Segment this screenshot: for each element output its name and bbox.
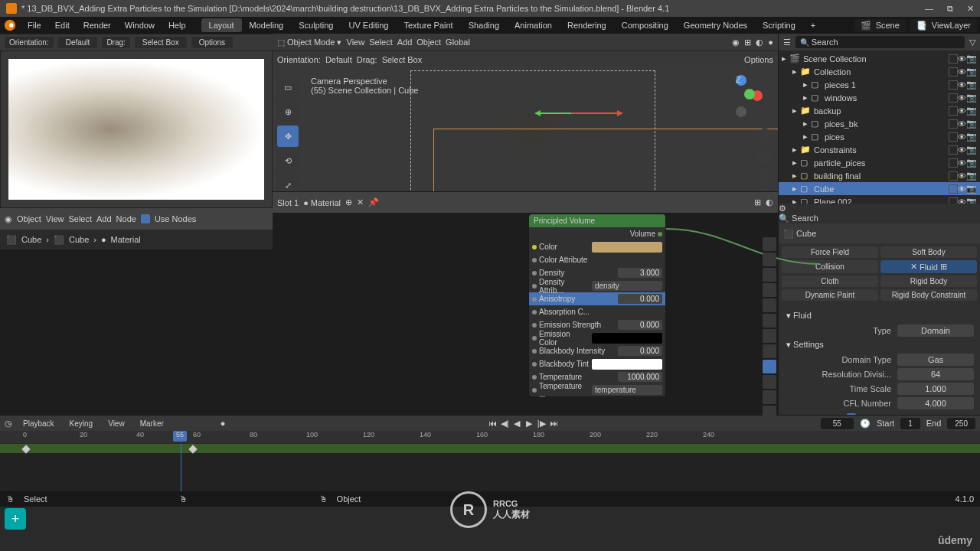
tab-animation[interactable]: Animation (507, 18, 560, 32)
tl-keying[interactable]: Keying (65, 418, 98, 429)
outliner-item-scene-collection[interactable]: ▸🎬Scene Collection👁📷 (779, 52, 980, 65)
ptab-material-icon[interactable] (763, 406, 776, 419)
close-button[interactable]: ✕ (967, 4, 974, 14)
outliner-item-pices_bk[interactable]: ▸▢pices_bk👁📷 (779, 117, 980, 130)
outliner-item-backup[interactable]: ▸📁backup👁📷 (779, 104, 980, 117)
menu-file[interactable]: File (21, 19, 47, 31)
prev-key-icon[interactable]: ◀| (499, 418, 510, 429)
outliner-item-collection[interactable]: ▸📁Collection👁📷 (779, 65, 980, 78)
playhead[interactable]: 55 (173, 431, 187, 442)
tab-shading[interactable]: Shading (461, 18, 507, 32)
volume-socket[interactable] (658, 232, 662, 236)
tab-rendering[interactable]: Rendering (560, 18, 614, 32)
tl-editor-icon[interactable]: ◷ (5, 419, 12, 429)
global-drop[interactable]: Global (446, 37, 470, 47)
start-frame[interactable]: 1 (900, 418, 920, 429)
ptab-object-icon[interactable] (763, 314, 776, 328)
timeline-track[interactable] (0, 444, 980, 491)
shading-render[interactable]: ● (768, 37, 773, 47)
tab-add[interactable]: + (803, 18, 823, 32)
pin-button[interactable]: 📌 (368, 197, 379, 207)
zoom-icon[interactable] (756, 129, 773, 145)
props-search[interactable]: 🔍 Search (779, 214, 980, 223)
node-select[interactable]: Select (68, 214, 92, 223)
fluid-section[interactable]: ▾ Fluid (782, 308, 977, 323)
principled-volume-node[interactable]: Principled Volume Volume Color Color Att… (528, 214, 666, 397)
outliner-search[interactable]: 🔍 Search (795, 36, 965, 48)
orientation-drop[interactable]: Default (58, 37, 98, 48)
material-drop[interactable]: ● Material (303, 198, 341, 207)
fluid-type-drop[interactable]: Domain (897, 324, 974, 337)
filter-icon[interactable]: ▽ (969, 37, 975, 47)
ptab-cloth[interactable]: Cloth (782, 276, 878, 287)
tl-marker[interactable]: Marker (136, 418, 168, 429)
play-icon[interactable]: ▶ (524, 418, 534, 429)
props-type-icon[interactable]: ⚙ (779, 204, 786, 213)
outliner-type-icon[interactable]: ☰ (783, 37, 791, 47)
tl-view[interactable]: View (103, 418, 129, 429)
ptab-render-icon[interactable] (763, 237, 776, 251)
vp-select[interactable]: Select (369, 37, 393, 47)
slot-drop[interactable]: Slot 1 (277, 198, 299, 207)
tool-scale[interactable]: ⤢ (277, 174, 299, 191)
main-viewport[interactable]: ▭ ⊕ ✥ ⟲ ⤢ ◎ ✎ Camera Perspective (55) Sc… (273, 67, 778, 191)
tab-sculpting[interactable]: Sculpting (291, 18, 341, 32)
add-corner-button[interactable]: + (5, 508, 26, 530)
shading-mat[interactable]: ◐ (756, 37, 763, 47)
adaptive-checkbox[interactable] (847, 413, 856, 416)
drag-drop[interactable]: Select Box (135, 37, 187, 48)
camera-icon[interactable] (756, 168, 773, 185)
vp-add[interactable]: Add (397, 37, 413, 47)
vp-options[interactable]: Options (744, 55, 773, 64)
perspective-icon[interactable] (756, 188, 773, 191)
vp-object[interactable]: Object (416, 37, 441, 47)
node-node[interactable]: Node (116, 214, 136, 223)
del-mat-button[interactable]: ✕ (357, 197, 364, 207)
node-view[interactable]: View (46, 214, 64, 223)
tab-compositing[interactable]: Compositing (614, 18, 676, 32)
vp-drag-drop[interactable]: Select Box (382, 55, 423, 64)
ptab-rbconstraint[interactable]: Rigid Body Constraint (880, 289, 977, 301)
ptab-world-icon[interactable] (763, 298, 776, 312)
tool-rotate[interactable]: ⟲ (277, 150, 299, 171)
ptab-data-icon[interactable] (763, 390, 776, 404)
menu-render[interactable]: Render (77, 19, 117, 31)
node-add[interactable]: Add (96, 214, 112, 223)
node-editor-center[interactable]: Principled Volume Volume Color Color Att… (273, 213, 778, 415)
ptab-physics-icon[interactable] (763, 360, 776, 373)
scene-select[interactable]: 🎬Scene (854, 19, 906, 32)
shading-wire[interactable]: ⊞ (744, 37, 751, 47)
ptab-scene-icon[interactable] (763, 283, 776, 297)
outliner-item-pices[interactable]: ▸▢pices👁📷 (779, 130, 980, 143)
vp-view[interactable]: View (347, 37, 365, 47)
menu-help[interactable]: Help (162, 19, 192, 31)
mode-drop[interactable]: ⬚ Object Mode ▾ (277, 37, 342, 47)
viewlayer-select[interactable]: 📑ViewLayer (910, 19, 977, 32)
sync-icon[interactable]: 🕐 (860, 419, 871, 429)
ptab-particle-icon[interactable] (763, 344, 776, 358)
resolution-input[interactable]: 64 (897, 368, 974, 380)
menu-edit[interactable]: Edit (49, 19, 76, 31)
tab-geometry-nodes[interactable]: Geometry Nodes (676, 18, 755, 32)
next-key-icon[interactable]: |▶ (536, 418, 547, 429)
tab-scripting[interactable]: Scripting (755, 18, 803, 32)
tool-select[interactable]: ▭ (277, 77, 299, 98)
ptab-rigidbody[interactable]: Rigid Body (880, 276, 977, 287)
outliner-item-pieces-1[interactable]: ▸▢pieces 1👁📷 (779, 78, 980, 91)
node-tool-2[interactable]: ◐ (766, 197, 773, 207)
node-tool-1[interactable]: ⊞ (754, 197, 761, 207)
use-nodes-checkbox[interactable] (141, 214, 150, 223)
outliner-item-building-final[interactable]: ▸▢building final👁📷 (779, 169, 980, 182)
tab-texture-paint[interactable]: Texture Paint (396, 18, 460, 32)
tool-move[interactable]: ✥ (277, 126, 299, 147)
shading-solid[interactable]: ◉ (732, 37, 740, 47)
play-rev-icon[interactable]: ◀ (511, 418, 522, 429)
pan-icon[interactable] (756, 148, 773, 165)
ptab-dynamicpaint[interactable]: Dynamic Paint (782, 289, 878, 301)
new-mat-button[interactable]: ⊕ (345, 197, 352, 207)
color-swatch[interactable] (592, 242, 662, 253)
end-frame[interactable]: 250 (947, 418, 975, 429)
tab-layout[interactable]: Layout (201, 18, 242, 32)
tl-playback[interactable]: Playback (18, 418, 59, 429)
ptab-view-icon[interactable] (763, 268, 776, 282)
